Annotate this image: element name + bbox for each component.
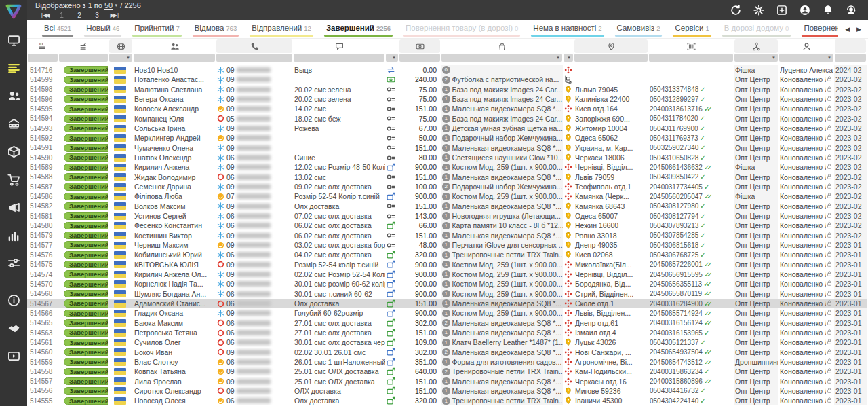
sidebar-item-info[interactable] [0,290,27,310]
table-row[interactable]: 514598ЗавершенийМалютина Светлана0920.02… [27,85,868,94]
chevron-down-icon[interactable]: ▼ [567,56,573,60]
column-header-comment[interactable] [294,39,384,53]
table-row[interactable]: 514576ЗавершенийКобилинський Юрий0604.02… [27,250,868,259]
filter-manager[interactable]: ▼ [779,54,833,62]
app-logo-icon[interactable] [5,3,22,20]
column-header-payment[interactable] [386,39,398,53]
table-row[interactable]: 514563ЗавершенийПетровська Тетяна0627.01… [27,328,868,337]
filter-comment[interactable] [294,54,384,62]
table-row[interactable]: 514587ЗавершенийСеменюк Дарина0909.02 см… [27,182,868,191]
filter-id[interactable] [28,54,58,62]
tab-0[interactable]: Всі4521 [37,20,79,38]
filter-payment[interactable]: ▼ [386,54,398,62]
gear-icon[interactable] [747,0,770,20]
column-header-id[interactable]: ID [28,39,58,53]
table-row[interactable]: 514592ЗавершенийМерклингер Андрей0950.00… [27,133,868,143]
page-number-3[interactable]: 3 [88,11,106,20]
filter-date[interactable] [835,54,866,62]
tab-6[interactable]: Повернення товару (в дорозі)0 [398,20,526,38]
tab-7[interactable]: Нема в наявності2 [526,20,609,38]
sidebar-item-products-box[interactable] [0,141,27,162]
column-header-customer[interactable] [134,39,215,53]
chevron-down-icon[interactable]: ▼ [827,56,833,60]
first-page-icon[interactable]: ❘◀◀ [35,11,53,20]
chevron-right-icon[interactable]: ▶ [856,26,861,33]
table-row[interactable]: 514716ЗавершенийНов10 Нов1009Выцв0.000Фі… [27,65,868,75]
sidebar-item-monitor[interactable] [0,30,27,50]
tab-3[interactable]: Відмова763 [187,20,244,38]
table-row[interactable]: 514557ЗавершенийЛила Ярослав0925.01 смс … [27,377,868,386]
filter-products[interactable]: ▼ [441,54,562,62]
profile-icon[interactable] [793,0,816,20]
column-header-amount[interactable] [399,39,440,53]
table-row[interactable]: 514580ЗавершенийФесенко Константин0606.0… [27,221,868,230]
sidebar-item-stats[interactable] [0,225,27,245]
table-row[interactable]: 514560ЗавершенийБокоч Иван0902.02 30.01 … [27,348,868,357]
table-row[interactable]: 514581ЗавершенийУстинов Сергей0607.02 см… [27,211,868,221]
tab-8[interactable]: Самовивіз2 [610,20,668,38]
column-header-tracking[interactable] [649,39,733,53]
table-row[interactable]: 514594ЗавершенийКомпанец Юля0518.02 смс … [27,114,868,124]
table-row[interactable]: 514589ЗавершенийКирилич Анжела0912.02 см… [27,162,868,172]
table-row[interactable]: 514595ЗавершенийКолосок Александр0914.02… [27,104,868,113]
filter-phone[interactable] [216,54,292,62]
column-header-status[interactable] [59,39,108,53]
tab-1[interactable]: Новый46 [79,20,127,38]
tab-9[interactable]: Сервіси1 [667,20,716,38]
table-row[interactable]: 514582ЗавершенийВолков Максим09Олх доста… [27,202,868,211]
table-row[interactable]: 514590ЗавершенийГнатюк Олексндр06Синие80… [27,153,868,162]
filter-status[interactable] [59,54,108,62]
add-icon[interactable] [770,0,793,20]
page-number-1[interactable]: 1 [53,11,71,20]
column-header-manager[interactable] [779,39,833,53]
column-header-delivery[interactable] [564,39,573,53]
chevron-down-icon[interactable]: ▼ [772,56,778,60]
table-row[interactable]: 514599ЗавершенийПотапенко Анастас...0924… [27,75,868,84]
table-row[interactable]: 514556ЗавершенийСиротюк Олександр09ОЛХ д… [27,386,868,396]
table-row[interactable]: 514577ЗавершенийЧерниш Максим0903.02 смс… [27,240,868,250]
table-row[interactable]: 514568ЗавершенийШумляс Богдана Ан...0630… [27,289,868,299]
table-row[interactable]: 514579ЗавершенийКостишин Виктор0906.02 с… [27,231,868,240]
table-row[interactable]: 514593ЗавершенийСольська Ірина09Рожева67… [27,124,868,133]
filter-country[interactable]: ▼ [109,54,132,62]
table-row[interactable]: 514591ЗавершенийЧумаченко Олена09151.001… [27,143,868,153]
page-size-dropdown[interactable]: 50▼ [104,1,118,10]
column-header-date[interactable] [835,39,866,53]
tab-2[interactable]: Прийнятий7 [127,20,187,38]
column-header-phone[interactable] [216,39,292,53]
tab-10[interactable]: В дорозі додому0 [717,20,797,38]
table-row[interactable]: 514596ЗавершенийВегера Оксана0920.02 смс… [27,94,868,104]
last-page-icon[interactable]: ▶▶❘ [106,11,123,20]
column-header-products[interactable] [441,39,562,53]
sidebar-item-video[interactable] [0,346,27,366]
sidebar-item-automation[interactable] [0,253,27,273]
chevron-left-icon[interactable]: ◀ [845,26,850,33]
table-row[interactable]: 514588ЗавершенийЖидак Володимир0613.02 с… [27,172,868,182]
page-number-2[interactable]: 2 [71,11,88,20]
column-header-city[interactable] [574,39,648,53]
table-row[interactable]: 514565ЗавершенийБаюка Максим0627.01 смс … [27,318,868,328]
support-icon[interactable] [840,0,863,20]
tab-11[interactable]: Повернення (завершений)125 [796,20,838,38]
filter-delivery[interactable]: ▼ [564,54,573,62]
column-header-source[interactable] [734,39,778,53]
chevron-down-icon[interactable]: ▼ [126,56,132,60]
tab-5[interactable]: Завершений2256 [319,20,398,38]
sidebar-item-cart[interactable] [0,169,27,189]
table-row[interactable]: 514566ЗавершенийГладик Оксана09Голубий 6… [27,308,868,318]
filter-tracking[interactable] [649,54,733,62]
table-row[interactable]: 514575ЗавершенийКВІТОВСЬКА ЮЛІЯ09Розмір … [27,260,868,270]
bell-icon[interactable] [816,0,840,20]
table-row[interactable]: 514555ЗавершенийНовосад Олеся06Олх доста… [27,396,868,405]
table-row[interactable]: 514574ЗавершенийКирилич Анжела Ол...0902… [27,270,868,279]
sidebar-item-marketing[interactable] [0,197,27,217]
sidebar-item-company[interactable] [0,113,27,134]
column-header-country[interactable] [109,39,132,53]
tab-4[interactable]: Відправлений12 [244,20,319,38]
filter-amount[interactable] [399,54,440,62]
sidebar-item-customers[interactable] [0,86,27,106]
filter-customer[interactable] [134,54,215,62]
chevron-down-icon[interactable]: ▼ [392,56,398,60]
table-row[interactable]: 514570ЗавершенийКорнелюк Надія Та...0930… [27,279,868,289]
filter-city[interactable] [574,54,648,62]
